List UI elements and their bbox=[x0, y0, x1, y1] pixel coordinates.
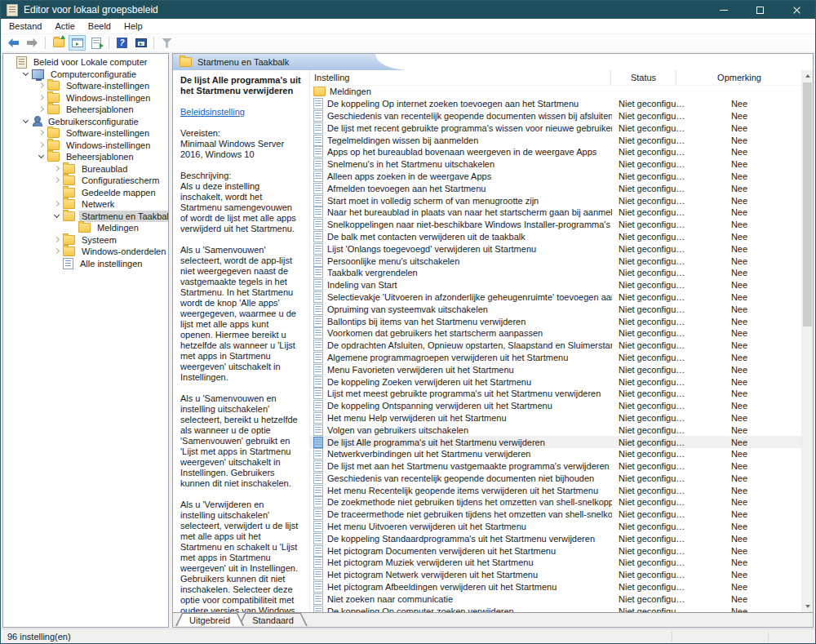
chevron-right-icon[interactable] bbox=[38, 94, 46, 102]
table-row[interactable]: De koppeling Op computer zoeken verwijde… bbox=[310, 605, 802, 612]
table-row[interactable]: Netwerkverbindingen uit het Startmenu ve… bbox=[310, 448, 802, 460]
tree-item-beheersjablonen[interactable]: Beheersjablonen bbox=[3, 104, 168, 116]
table-row[interactable]: Tegelmeldingen wissen bij aanmeldenNiet … bbox=[310, 134, 802, 146]
table-row[interactable]: De traceermethode niet gebruiken tijdens… bbox=[310, 509, 802, 521]
table-row[interactable]: De koppeling Ontspanning verwijderen uit… bbox=[310, 400, 802, 412]
table-row[interactable]: Het menu Uitvoeren verwijderen uit het S… bbox=[310, 521, 802, 533]
chevron-right-icon[interactable] bbox=[38, 129, 46, 137]
menu-help[interactable]: Help bbox=[118, 20, 149, 33]
table-row[interactable]: Lijst met meest gebruikte programma's ui… bbox=[310, 388, 802, 400]
maximize-button[interactable] bbox=[742, 1, 778, 19]
chevron-right-icon[interactable] bbox=[38, 141, 46, 149]
tree-item-beleid-voor-lokale-computer[interactable]: Beleid voor Lokale computer bbox=[3, 56, 168, 69]
table-row[interactable]: De koppeling Op internet zoeken toevoege… bbox=[310, 98, 802, 110]
table-row[interactable]: De koppeling Zoeken verwijderen uit het … bbox=[310, 375, 802, 388]
chevron-right-icon[interactable] bbox=[53, 176, 61, 184]
table-row[interactable]: Ballontips bij items van het Startmenu v… bbox=[310, 315, 802, 327]
table-row[interactable]: Indeling van StartNiet geconfigu…Nee bbox=[310, 279, 802, 291]
menu-actie[interactable]: Actie bbox=[48, 20, 81, 33]
tree-item-netwerk[interactable]: Netwerk bbox=[3, 198, 168, 211]
table-row[interactable]: Het pictogram Muziek verwijderen uit het… bbox=[310, 557, 802, 569]
menu-beeld[interactable]: Beeld bbox=[82, 20, 118, 33]
scrollbar-thumb[interactable] bbox=[803, 82, 812, 326]
show-console-tree-button[interactable] bbox=[69, 35, 86, 51]
tree-item-computerconfiguratie[interactable]: Computerconfiguratie bbox=[3, 69, 168, 81]
table-row[interactable]: Geschiedenis van recentelijk geopende do… bbox=[310, 110, 802, 122]
chevron-right-icon[interactable] bbox=[53, 247, 61, 255]
table-row[interactable]: Meldingen bbox=[310, 86, 802, 98]
tree-item-software-instellingen[interactable]: Software-instellingen bbox=[3, 80, 168, 92]
minimize-button[interactable] bbox=[705, 1, 742, 19]
table-row[interactable]: Taakbalk vergrendelenNiet geconfigu…Nee bbox=[310, 267, 802, 279]
table-row[interactable]: De lijst met recent gebruikte programma'… bbox=[310, 122, 802, 134]
table-row[interactable]: Volgen van gebruikers uitschakelenNiet g… bbox=[310, 424, 802, 436]
menu-bestand[interactable]: Bestand bbox=[2, 20, 48, 33]
column-header-opmerking[interactable]: Opmerking bbox=[676, 70, 802, 85]
tree-item-windows-instellingen[interactable]: Windows-instellingen bbox=[3, 92, 168, 104]
chevron-right-icon[interactable] bbox=[38, 105, 46, 113]
table-row[interactable]: Naar het bureaublad in plaats van naar h… bbox=[310, 207, 802, 219]
chevron-down-icon[interactable] bbox=[22, 70, 30, 78]
table-row[interactable]: Het pictogram Afbeeldingen verwijderen u… bbox=[310, 581, 802, 593]
filter-button[interactable] bbox=[158, 35, 175, 51]
column-header-instelling[interactable]: Instelling bbox=[310, 73, 610, 82]
table-row[interactable]: Geschiedenis van recentelijk geopende do… bbox=[310, 473, 802, 485]
table-row[interactable]: Voorkomen dat gebruikers het startscherm… bbox=[310, 327, 802, 340]
table-row[interactable]: De koppeling Standaardprogramma's uit he… bbox=[310, 532, 802, 544]
policy-setting-link[interactable]: Beleidsinstelling bbox=[180, 107, 245, 118]
table-row[interactable]: Snelkoppelingen naar niet-beschikbare Wi… bbox=[310, 219, 802, 231]
table-row[interactable]: Apps op het bureaublad bovenaan weergeve… bbox=[310, 146, 802, 158]
tab-standaard[interactable]: Standaard bbox=[238, 613, 308, 626]
table-row[interactable]: Afmelden toevoegen aan het StartmenuNiet… bbox=[310, 182, 802, 194]
table-row[interactable]: Selectievakje 'Uitvoeren in afzonderlijk… bbox=[310, 291, 802, 304]
table-row[interactable]: Het pictogram Documenten verwijderen uit… bbox=[310, 544, 802, 557]
tree-item-software-instellingen[interactable]: Software-instellingen bbox=[3, 127, 168, 140]
tree-item-gebruikersconfiguratie[interactable]: Gebruikersconfiguratie bbox=[3, 116, 168, 128]
tree-item-beheersjablonen[interactable]: Beheersjablonen bbox=[3, 151, 168, 163]
chevron-down-icon[interactable] bbox=[38, 153, 46, 161]
export-list-button[interactable] bbox=[87, 35, 104, 51]
table-row[interactable]: Alleen apps zoeken in de weergave AppsNi… bbox=[310, 171, 802, 183]
table-row[interactable]: Start moet in volledig scherm of van men… bbox=[310, 194, 802, 207]
up-one-level-button[interactable] bbox=[50, 35, 67, 51]
table-row[interactable]: Menu Favorieten verwijderen uit het Star… bbox=[310, 363, 802, 375]
table-row[interactable]: Persoonlijke menu's uitschakelenNiet gec… bbox=[310, 255, 802, 267]
table-row[interactable]: Algemene programmagroepen verwijderen ui… bbox=[310, 352, 802, 364]
table-row[interactable]: Het pictogram Netwerk verwijderen uit he… bbox=[310, 569, 802, 581]
tree-item-gedeelde-mappen[interactable]: Gedeelde mappen bbox=[3, 187, 168, 199]
table-row[interactable]: Opruiming van systeemvak uitschakelenNie… bbox=[310, 303, 802, 315]
tree-item-windows-instellingen[interactable]: Windows-instellingen bbox=[3, 140, 168, 152]
table-row[interactable]: De balk met contacten verwijderen uit de… bbox=[310, 231, 802, 243]
tree-item-systeem[interactable]: Systeem bbox=[3, 234, 168, 246]
chevron-right-icon[interactable] bbox=[38, 82, 46, 90]
extended-view-button[interactable] bbox=[132, 35, 149, 51]
tree-item-configuratiescherm[interactable]: Configuratiescherm bbox=[3, 175, 168, 187]
chevron-right-icon[interactable] bbox=[53, 200, 61, 208]
tree-item-startmenu-en-taakbalk[interactable]: Startmenu en Taakbalk bbox=[3, 211, 168, 223]
scroll-up-button[interactable] bbox=[802, 70, 813, 82]
table-row[interactable]: Het menu Help verwijderen uit het Startm… bbox=[310, 412, 802, 424]
column-header-status[interactable]: Status bbox=[610, 70, 676, 85]
close-button[interactable] bbox=[778, 1, 815, 19]
table-row[interactable]: Lijst 'Onlangs toegevoegd' verwijderen u… bbox=[310, 242, 802, 255]
vertical-scrollbar[interactable] bbox=[801, 70, 813, 612]
tree-item-bureaublad[interactable]: Bureaublad bbox=[3, 163, 168, 175]
chevron-right-icon[interactable] bbox=[53, 236, 61, 244]
chevron-right-icon[interactable] bbox=[53, 165, 61, 173]
forward-button[interactable] bbox=[24, 35, 41, 51]
chevron-down-icon[interactable] bbox=[22, 118, 30, 126]
table-row[interactable]: Het menu Recentelijk geopende items verw… bbox=[310, 484, 802, 496]
chevron-down-icon[interactable] bbox=[53, 212, 61, 220]
tree-item-meldingen[interactable]: Meldingen bbox=[3, 222, 168, 234]
tree-item-alle-instellingen[interactable]: Alle instellingen bbox=[3, 258, 168, 270]
table-row[interactable]: De lijst Alle programma's uit het Startm… bbox=[310, 436, 802, 448]
table-row[interactable]: Snelmenu's in het Startmenu uitschakelen… bbox=[310, 158, 802, 171]
help-button[interactable] bbox=[113, 35, 131, 51]
table-row[interactable]: De zoekmethode niet gebruiken tijdens he… bbox=[310, 496, 802, 509]
tab-uitgebreid[interactable]: Uitgebreid bbox=[175, 613, 244, 626]
back-button[interactable] bbox=[5, 35, 22, 51]
tree-item-windows-onderdelen[interactable]: Windows-onderdelen bbox=[3, 246, 168, 258]
table-row[interactable]: De opdrachten Afsluiten, Opnieuw opstart… bbox=[310, 340, 802, 352]
table-row[interactable]: Niet zoeken naar communicatieNiet geconf… bbox=[310, 593, 802, 605]
table-row[interactable]: De lijst met aan het Startmenu vastgemaa… bbox=[310, 460, 802, 473]
